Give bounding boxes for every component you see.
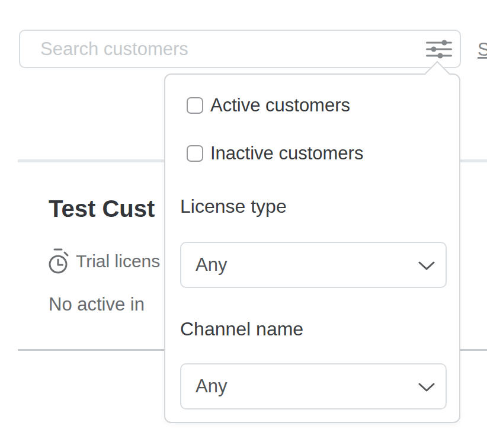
license-type-select[interactable]: Any [180, 242, 447, 288]
sliders-icon [426, 39, 452, 59]
filter-button[interactable] [422, 31, 460, 67]
channel-name-select[interactable]: Any [180, 363, 447, 409]
chevron-down-icon [418, 261, 435, 271]
channel-name-label: Channel name [180, 318, 303, 340]
stopwatch-icon [47, 247, 69, 276]
active-customers-label: Active customers [210, 95, 350, 116]
license-type-label: License type [180, 196, 287, 217]
active-customers-checkbox[interactable] [187, 97, 203, 114]
filter-popover: Active customers Inactive customers Lice… [164, 73, 460, 423]
search-bar [19, 30, 461, 68]
channel-name-value: Any [196, 376, 227, 397]
license-type-value: Any [196, 254, 227, 276]
clipped-right-link[interactable]: S [478, 39, 487, 60]
checkbox-row-inactive-customers[interactable]: Inactive customers [187, 143, 363, 164]
customer-name: Test Cust [49, 196, 155, 222]
customer-license-row: Trial licens [47, 247, 160, 276]
checkbox-row-active-customers[interactable]: Active customers [187, 95, 350, 116]
inactive-customers-label: Inactive customers [210, 143, 363, 164]
chevron-down-icon [418, 383, 435, 392]
inactive-customers-checkbox[interactable] [187, 145, 203, 162]
customer-license-text: Trial licens [76, 251, 160, 271]
search-input[interactable] [20, 31, 422, 67]
customer-installs-text: No active in [49, 294, 145, 315]
